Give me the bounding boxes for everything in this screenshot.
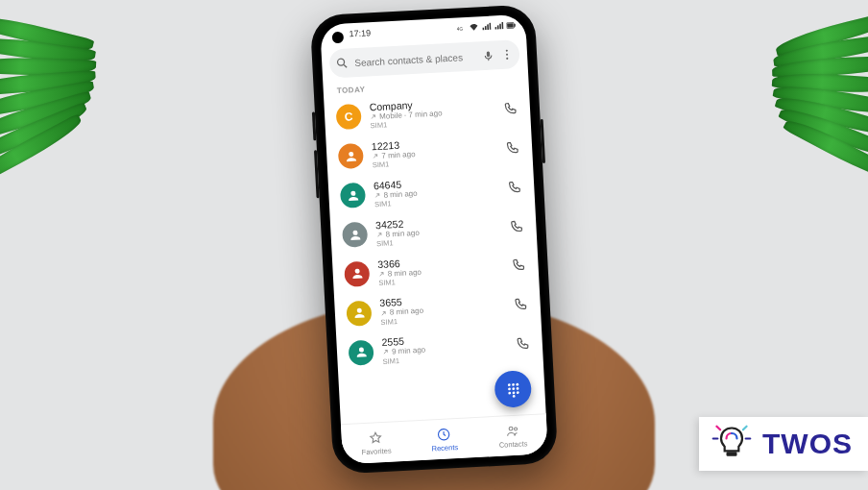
call-button[interactable]	[503, 176, 525, 198]
svg-point-17	[516, 391, 518, 394]
status-time: 17:19	[349, 28, 371, 38]
svg-rect-3	[507, 23, 514, 28]
call-info: 36558 min agoSIM1	[379, 291, 501, 327]
watermark-text: TWOS	[762, 428, 853, 460]
lightbulb-icon	[711, 423, 753, 465]
avatar-person-icon	[346, 300, 372, 326]
call-info: 646458 min agoSIM1	[374, 173, 495, 208]
svg-point-13	[512, 387, 515, 390]
svg-point-20	[509, 427, 513, 430]
svg-point-11	[516, 382, 518, 385]
call-button[interactable]	[509, 294, 531, 316]
phone-screen: 17:19 4G TODAY CCompanyMobile · 7 m	[320, 14, 548, 465]
nav-label: Contacts	[499, 439, 528, 450]
search-bar[interactable]	[329, 39, 520, 78]
call-info: 33668 min agoSIM1	[377, 252, 499, 287]
avatar-person-icon	[344, 261, 370, 287]
svg-point-4	[337, 59, 344, 65]
svg-line-5	[344, 64, 347, 67]
call-button[interactable]	[498, 98, 520, 120]
svg-point-16	[512, 391, 515, 394]
contacts-icon	[505, 423, 520, 438]
overflow-menu-icon[interactable]	[500, 45, 515, 63]
svg-line-25	[716, 427, 720, 430]
svg-point-14	[516, 386, 518, 389]
call-button[interactable]	[505, 215, 527, 237]
svg-point-6	[506, 50, 508, 52]
avatar-person-icon	[342, 222, 368, 248]
avatar-person-icon	[338, 143, 364, 169]
battery-icon	[506, 21, 516, 30]
call-button[interactable]	[511, 332, 533, 355]
svg-rect-22	[727, 452, 737, 456]
call-info: CompanyMobile · 7 min agoSIM1	[369, 95, 491, 131]
star-icon	[368, 430, 383, 446]
nav-contacts[interactable]: Contacts	[477, 414, 547, 457]
search-icon	[335, 54, 350, 72]
wifi-icon	[469, 23, 478, 32]
avatar-person-icon	[340, 183, 366, 208]
signal-icon-2	[494, 22, 503, 31]
svg-point-15	[508, 391, 511, 394]
svg-rect-2	[514, 24, 516, 27]
svg-point-9	[507, 383, 510, 386]
nav-recents[interactable]: Recents	[409, 418, 479, 461]
svg-point-7	[506, 54, 508, 56]
call-info: 342528 min agoSIM1	[375, 212, 497, 248]
mic-icon[interactable]	[482, 46, 495, 64]
phone-frame: 17:19 4G TODAY CCompanyMobile · 7 m	[310, 4, 559, 475]
search-input[interactable]	[354, 51, 476, 68]
nav-favorites[interactable]: Favorites	[341, 422, 411, 465]
call-info: 122137 min agoSIM1	[372, 135, 494, 170]
svg-point-21	[514, 427, 517, 429]
svg-line-26	[743, 427, 747, 430]
avatar-person-icon	[348, 339, 374, 365]
call-info: 25559 min agoSIM1	[381, 331, 503, 366]
clock-icon	[437, 427, 452, 442]
svg-point-12	[508, 387, 511, 390]
signal-icon	[481, 23, 491, 32]
nav-label: Favorites	[361, 446, 391, 456]
avatar-letter: C	[336, 104, 362, 130]
nav-label: Recents	[431, 442, 458, 452]
call-button[interactable]	[507, 255, 529, 277]
dialpad-icon	[504, 380, 521, 398]
svg-text:4G: 4G	[457, 27, 464, 32]
svg-point-10	[512, 382, 515, 385]
svg-point-18	[512, 394, 515, 397]
call-button[interactable]	[501, 136, 523, 159]
watermark: TWOS	[699, 417, 868, 471]
svg-point-8	[506, 58, 508, 60]
volte-icon: 4G	[456, 24, 466, 33]
